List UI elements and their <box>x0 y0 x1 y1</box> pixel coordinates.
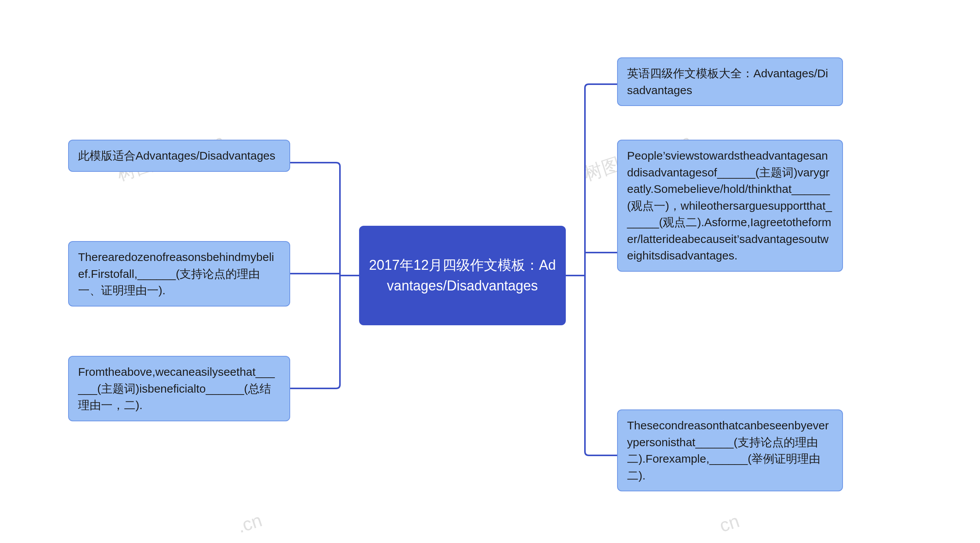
node-text: Fromtheabove,wecaneasilyseethat______(主题… <box>78 365 275 411</box>
watermark: cn <box>717 510 742 536</box>
right-node-1[interactable]: 英语四级作文模板大全：Advantages/Disadvantages <box>617 57 843 106</box>
watermark: .cn <box>235 509 265 537</box>
center-node[interactable]: 2017年12月四级作文模板：Advantages/Disadvantages <box>359 226 566 325</box>
node-text: Thesecondreasonthatcanbeseenbyeveryperso… <box>627 419 829 482</box>
mindmap-canvas: 树图 shutu.cn 树图 shutu.cn .cn cn 2017年12月四… <box>0 0 980 543</box>
node-text: 英语四级作文模板大全：Advantages/Disadvantages <box>627 67 828 96</box>
right-node-2[interactable]: People’sviewstowardstheadvantagesanddisa… <box>617 140 843 272</box>
left-node-3[interactable]: Fromtheabove,wecaneasilyseethat______(主题… <box>68 356 290 421</box>
left-node-2[interactable]: Therearedozenofreasonsbehindmybelief.Fir… <box>68 241 290 307</box>
node-text: Therearedozenofreasonsbehindmybelief.Fir… <box>78 251 274 297</box>
right-node-3[interactable]: Thesecondreasonthatcanbeseenbyeveryperso… <box>617 409 843 491</box>
center-title: 2017年12月四级作文模板：Advantages/Disadvantages <box>368 255 557 296</box>
node-text: 此模版适合Advantages/Disadvantages <box>78 149 275 162</box>
left-node-1[interactable]: 此模版适合Advantages/Disadvantages <box>68 140 290 172</box>
node-text: People’sviewstowardstheadvantagesanddisa… <box>627 149 832 262</box>
